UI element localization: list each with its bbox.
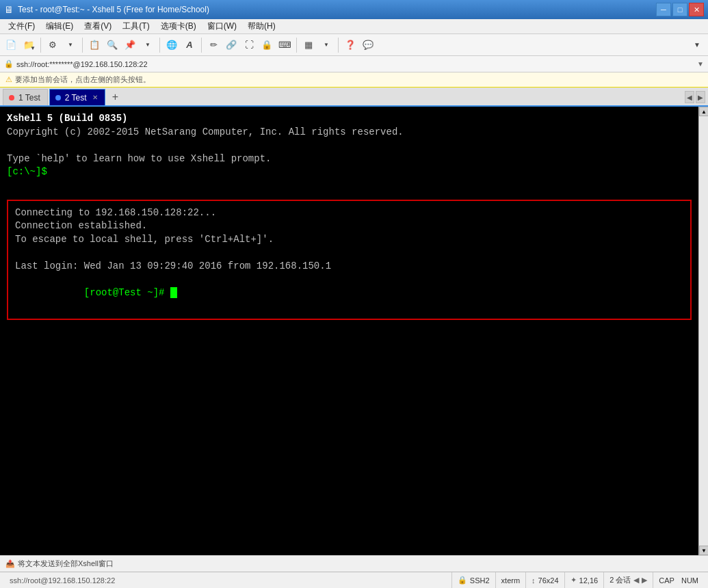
scrollbar: ▲ ▼ [698,107,708,555]
menu-help[interactable]: 帮助(H) [242,19,281,34]
ssh-text: SSH2 [470,576,490,585]
connect-button[interactable]: 🔗 [223,37,239,53]
terminal[interactable]: Xshell 5 (Build 0835) Copyright (c) 2002… [0,107,698,555]
terminal-line-1: Xshell 5 (Build 0835) [7,112,692,126]
address-text: ssh://root:********@192.168.150.128:22 [16,60,148,68]
keyboard-button[interactable]: ⌨ [276,37,293,53]
layout-arrow-button[interactable]: ▼ [318,37,335,53]
paste-arrow-button[interactable]: ▼ [140,37,156,53]
properties-arrow-button[interactable]: ▼ [62,37,79,53]
title-bar: 🖥 Test - root@Test:~ - Xshell 5 (Free fo… [0,0,708,19]
tab-2[interactable]: 2 Test ✕ [49,89,105,105]
address-bar: 🔒 ssh://root:********@192.168.150.128:22… [0,56,708,72]
find-button[interactable]: 🔍 [104,37,120,53]
conn-line-1: Connecting to 192.168.150.128:22... [15,206,683,220]
terminal-line-3 [7,139,692,152]
new-session-button[interactable]: 📄 [3,37,19,53]
menu-file[interactable]: 文件(F) [3,19,40,34]
status-pos: ✦ 12,16 [564,572,604,588]
font-button[interactable]: A [181,37,198,53]
tab-2-dot [55,95,61,101]
main-area: Xshell 5 (Build 0835) Copyright (c) 2002… [0,107,708,555]
status-path: ssh://root@192.168.150.128:22 [4,576,120,585]
terminal-line-5: [c:\~]$ [7,165,692,179]
bottom-bar-icon: 📤 [5,559,15,568]
help-button[interactable]: ❓ [342,37,358,53]
layout-button[interactable]: ▦ [300,37,317,53]
connection-box: Connecting to 192.168.150.128:22... Conn… [7,200,692,321]
conn-line-3: To escape to local shell, press 'Ctrl+Al… [15,233,683,247]
fullscreen-button[interactable]: ⛶ [241,37,257,53]
globe-button[interactable]: 🌐 [163,37,180,53]
tab-1-label: 1 Test [18,93,40,103]
scroll-down-button[interactable]: ▼ [699,546,708,555]
conn-line-5: Last login: Wed Jan 13 09:29:40 2016 fro… [15,260,683,273]
status-bar: ssh://root@192.168.150.128:22 🔒 SSH2 xte… [0,572,708,588]
toolbar-separator-2 [82,38,83,53]
tab-next-button[interactable]: ▶ [696,91,705,103]
conn-line-6: [root@Test ~]# [15,273,683,314]
address-dropdown-icon[interactable]: ▼ [697,60,704,68]
toolbar-separator-1 [40,38,41,53]
tab-add-button[interactable]: + [107,89,124,105]
toolbar-separator-6 [338,38,339,53]
ssh-icon: 🔒 [458,576,467,585]
menu-tabs[interactable]: 选项卡(B) [155,19,202,34]
address-lock-icon: 🔒 [4,59,14,68]
bottom-bar-text: 将文本发送到全部Xshell窗口 [18,559,114,569]
tab-1[interactable]: 1 Test [3,89,48,105]
properties-button[interactable]: ⚙ [44,37,61,53]
menu-edit[interactable]: 编辑(E) [40,19,79,34]
scroll-track[interactable] [699,116,708,546]
toolbar-expand-button[interactable]: ▼ [689,37,705,53]
open-button[interactable]: 📁▼ [21,37,37,53]
status-term: xterm [495,572,526,588]
sessions-prev-button[interactable]: ◀ [633,576,639,585]
terminal-line-4: Type `help' to learn how to use Xshell p… [7,152,692,166]
cap-text: CAP [659,576,674,585]
menu-window[interactable]: 窗口(W) [202,19,242,34]
menu-tools[interactable]: 工具(T) [117,19,155,34]
minimize-button[interactable]: ─ [656,3,671,16]
tab-nav: ◀ ▶ [685,91,705,103]
menu-bar: 文件(F) 编辑(E) 查看(V) 工具(T) 选项卡(B) 窗口(W) 帮助(… [0,19,708,34]
tab-prev-button[interactable]: ◀ [685,91,694,103]
paste-button[interactable]: 📌 [122,37,138,53]
status-ssh: 🔒 SSH2 [451,572,495,588]
scroll-up-button[interactable]: ▲ [699,107,708,116]
tab-2-label: 2 Test [65,93,87,103]
terminal-content: Xshell 5 (Build 0835) Copyright (c) 2002… [7,112,692,320]
toolbar-separator-3 [159,38,160,53]
size-text: 76x24 [538,576,559,585]
hint-bar: ⚠ 要添加当前会话，点击左侧的箭头按钮。 [0,72,708,88]
chat-button[interactable]: 💬 [360,37,376,53]
sessions-text: 2 会话 [609,575,631,585]
copy-button[interactable]: 📋 [86,37,103,53]
tab-2-close[interactable]: ✕ [92,94,98,101]
pos-icon: ✦ [571,576,577,585]
term-text: xterm [501,576,521,585]
pos-text: 12,16 [579,576,599,585]
menu-view[interactable]: 查看(V) [79,19,117,34]
num-text: NUM [681,576,698,585]
toolbar-separator-4 [201,38,202,53]
title-bar-text: Test - root@Test:~ - Xshell 5 (Free for … [18,5,656,14]
lock-button[interactable]: 🔒 [259,37,275,53]
hint-icon: ⚠ [5,75,12,84]
size-icon: ↕ [532,576,536,585]
hint-text: 要添加当前会话，点击左侧的箭头按钮。 [15,75,150,85]
compose-button[interactable]: ✏ [205,37,222,53]
cursor [170,287,177,298]
toolbar-separator-5 [296,38,297,53]
window-controls: ─ □ ✕ [656,3,704,16]
tab-1-dot [9,95,14,101]
prompt-text: [root@Test ~]# [84,287,170,298]
sessions-next-button[interactable]: ▶ [642,576,647,585]
terminal-line-blank [7,179,692,193]
close-button[interactable]: ✕ [689,3,704,16]
bottom-bar: 📤 将文本发送到全部Xshell窗口 [0,555,708,572]
conn-line-2: Connection established. [15,219,683,233]
status-cap-num: CAP NUM [653,572,704,588]
status-sessions: 2 会话 ◀ ▶ [603,572,653,588]
maximize-button[interactable]: □ [672,3,687,16]
